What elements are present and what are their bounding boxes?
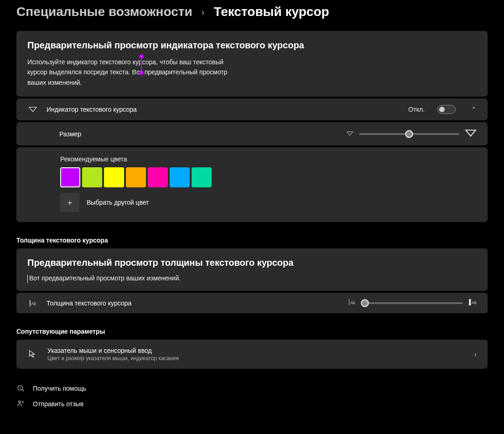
- svg-point-8: [19, 401, 21, 403]
- svg-text:?: ?: [19, 386, 21, 389]
- send-feedback-link[interactable]: Отправить отзыв: [16, 396, 488, 412]
- send-feedback-label: Отправить отзыв: [33, 400, 83, 408]
- svg-text:Ab: Ab: [472, 300, 477, 305]
- size-label: Размер: [59, 130, 81, 138]
- related-mouse-subtitle: Цвет и размер указателя мыши, индикатор …: [47, 355, 179, 362]
- chevron-right-icon: ›: [474, 351, 477, 358]
- choose-another-color-button[interactable]: ＋: [60, 193, 79, 212]
- indicator-toggle-row[interactable]: Индикатор текстового курсора Откл. ⌃: [16, 98, 488, 120]
- svg-text:Ab: Ab: [31, 301, 36, 305]
- thickness-label: Толщина текстового курсора: [47, 300, 131, 307]
- breadcrumb-current: Текстовый курсор: [213, 5, 329, 19]
- size-row: Размер: [16, 122, 488, 145]
- thickness-icon: Ab: [27, 300, 38, 306]
- thickness-preview-card: Предварительный просмотр толщины текстов…: [16, 248, 488, 291]
- indicator-toggle-label: Индикатор текстового курсора: [47, 106, 137, 113]
- thickness-preview-body: Вот предварительный просмотр ваших измен…: [27, 274, 477, 282]
- breadcrumb-parent[interactable]: Специальные возможности: [16, 5, 192, 19]
- feedback-icon: [16, 400, 26, 408]
- get-help-label: Получить помощь: [33, 385, 86, 392]
- indicator-icon: [27, 106, 38, 113]
- thickness-slider[interactable]: [362, 302, 463, 304]
- svg-rect-4: [469, 299, 471, 305]
- thickness-preview-title: Предварительный просмотр толщины текстов…: [27, 258, 477, 268]
- size-min-icon: [346, 130, 353, 138]
- colors-label: Рекомендуемые цвета: [60, 155, 477, 163]
- mouse-pointer-icon: [27, 349, 38, 359]
- indicator-preview-card: Предварительный просмотр индикатора текс…: [16, 31, 488, 97]
- chevron-right-icon: ›: [202, 7, 205, 17]
- color-swatch-2[interactable]: [104, 167, 124, 187]
- thickness-max-icon: Ab: [468, 299, 477, 307]
- thickness-min-icon: Ab: [348, 299, 356, 307]
- get-help-link[interactable]: ? Получить помощь: [16, 381, 488, 396]
- svg-text:Ab: Ab: [350, 300, 355, 305]
- color-swatches: [60, 167, 477, 187]
- color-swatch-6[interactable]: [192, 167, 212, 187]
- color-swatch-4[interactable]: [148, 167, 168, 187]
- size-slider[interactable]: [359, 133, 459, 135]
- colors-card: Рекомендуемые цвета ＋ Выбрать другой цве…: [16, 147, 488, 222]
- svg-rect-0: [30, 300, 31, 306]
- thin-cursor-preview: [27, 275, 28, 283]
- related-mouse-row[interactable]: Указатель мыши и сенсорный ввод Цвет и р…: [16, 340, 488, 369]
- color-swatch-5[interactable]: [170, 167, 190, 187]
- indicator-preview-text: Используйте индикатор текстового курсора…: [27, 58, 227, 86]
- related-mouse-title: Указатель мыши и сенсорный ввод: [47, 347, 179, 354]
- thickness-heading: Толщина текстового курсора: [16, 237, 488, 244]
- breadcrumb: Специальные возможности › Текстовый курс…: [16, 5, 488, 19]
- choose-another-color-label: Выбрать другой цвет: [87, 199, 149, 206]
- indicator-toggle[interactable]: [437, 105, 456, 114]
- related-heading: Сопутствующие параметры: [16, 328, 488, 335]
- color-swatch-0[interactable]: [60, 167, 80, 187]
- indicator-preview-title: Предварительный просмотр индикатора текс…: [27, 40, 477, 51]
- color-swatch-3[interactable]: [126, 167, 146, 187]
- svg-rect-2: [349, 299, 349, 305]
- size-max-icon: [465, 129, 477, 139]
- expand-icon[interactable]: ⌃: [471, 106, 477, 113]
- toggle-state-label: Откл.: [408, 106, 425, 113]
- color-swatch-1[interactable]: [82, 167, 102, 187]
- help-icon: ?: [16, 384, 26, 393]
- thickness-row: Ab Толщина текстового курсора Ab Ab: [16, 293, 488, 313]
- indicator-preview-body: Используйте индикатор текстового курсора…: [27, 57, 237, 88]
